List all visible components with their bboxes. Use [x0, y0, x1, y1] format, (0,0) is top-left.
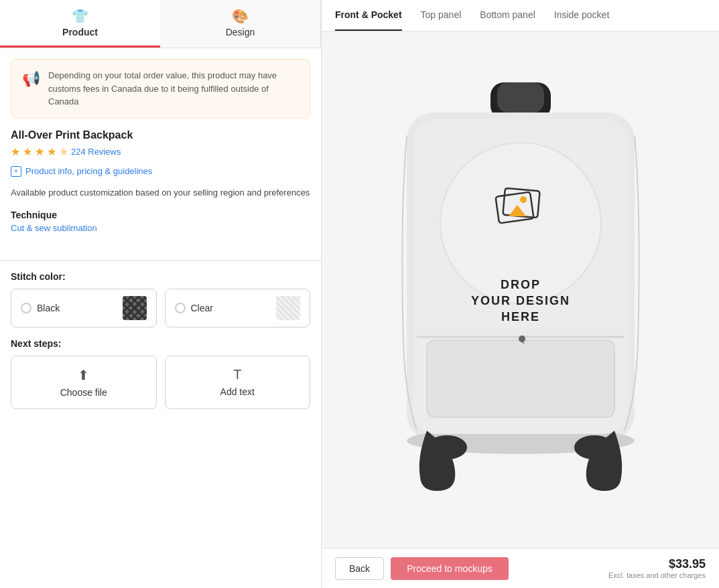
technique-label: Technique: [11, 210, 310, 220]
tab-product[interactable]: 👕 Product: [0, 0, 160, 48]
back-button[interactable]: Back: [335, 557, 384, 580]
design-icon: 🎨: [232, 8, 249, 24]
stitch-section: Stitch color: Black Clear: [0, 271, 321, 327]
price-amount: $33.95: [608, 557, 706, 571]
tab-design[interactable]: 🎨 Design: [160, 0, 321, 48]
divider: [0, 260, 321, 261]
notice-text: Depending on your total order value, thi…: [48, 69, 299, 108]
left-panel: 👕 Product 🎨 Design 📢 Depending on your t…: [0, 0, 322, 588]
next-steps-buttons: ⬆ Choose file T Add text: [11, 356, 310, 409]
view-tab-front-pocket[interactable]: Front & Pocket: [335, 0, 402, 31]
canvas-area[interactable]: DROP YOUR DESIGN HERE: [322, 31, 719, 548]
svg-point-10: [519, 336, 525, 342]
text-icon: T: [233, 367, 241, 382]
footer-actions: Back Proceed to mockups: [335, 557, 509, 580]
reviews-link[interactable]: 224 Reviews: [71, 147, 121, 157]
add-text-button[interactable]: T Add text: [165, 356, 311, 409]
product-icon: 👕: [72, 8, 88, 24]
svg-rect-1: [497, 82, 544, 113]
right-panel: Front & Pocket Top panel Bottom panel In…: [322, 0, 719, 588]
info-icon: +: [11, 166, 21, 177]
star-rating: ★ ★ ★ ★ ★ 224 Reviews: [11, 145, 310, 158]
stitch-options: Black Clear: [11, 289, 310, 327]
view-tab-bottom-panel[interactable]: Bottom panel: [480, 0, 535, 31]
svg-text:DROP: DROP: [500, 278, 540, 291]
customs-notice: 📢 Depending on your total order value, t…: [11, 59, 310, 119]
star-3: ★: [35, 145, 44, 158]
upload-icon: ⬆: [78, 367, 89, 383]
stitch-clear-label: Clear: [191, 303, 213, 313]
view-tabs: Front & Pocket Top panel Bottom panel In…: [322, 0, 719, 31]
stitch-black-preview: [123, 296, 147, 320]
proceed-button[interactable]: Proceed to mockups: [391, 557, 509, 580]
price-area: $33.95 Excl. taxes and other charges: [608, 557, 706, 579]
customization-text: Available product customization based on…: [11, 186, 310, 200]
choose-file-button[interactable]: ⬆ Choose file: [11, 356, 157, 409]
product-info-link[interactable]: + Product info, pricing & guidelines: [11, 166, 310, 177]
svg-text:YOUR DESIGN: YOUR DESIGN: [470, 294, 570, 307]
choose-file-label: Choose file: [60, 387, 107, 398]
next-steps-label: Next steps:: [11, 338, 310, 349]
stitch-label: Stitch color:: [11, 271, 310, 282]
add-text-label: Add text: [220, 386, 255, 397]
product-name: All-Over Print Backpack: [11, 129, 310, 141]
view-tab-inside-pocket[interactable]: Inside pocket: [554, 0, 610, 31]
technique-value: Cut & sew sublimation: [11, 223, 310, 233]
tab-bar: 👕 Product 🎨 Design: [0, 0, 321, 48]
stitch-option-black[interactable]: Black: [11, 289, 157, 327]
view-tab-top-panel[interactable]: Top panel: [421, 0, 462, 31]
product-info-text: Product info, pricing & guidelines: [25, 166, 152, 176]
svg-rect-8: [427, 340, 614, 417]
price-note: Excl. taxes and other charges: [608, 571, 706, 579]
next-steps-section: Next steps: ⬆ Choose file T Add text: [0, 338, 321, 409]
technique-section: Technique Cut & sew sublimation: [11, 210, 310, 233]
star-1: ★: [11, 145, 20, 158]
backpack-svg: DROP YOUR DESIGN HERE: [380, 76, 661, 504]
product-section: All-Over Print Backpack ★ ★ ★ ★ ★ 224 Re…: [0, 129, 321, 250]
stitch-black-label: Black: [37, 303, 60, 313]
radio-clear[interactable]: [175, 303, 186, 313]
stitch-clear-preview: [276, 296, 300, 320]
svg-point-14: [520, 196, 527, 203]
stitch-option-clear[interactable]: Clear: [165, 289, 311, 327]
star-4: ★: [47, 145, 56, 158]
tab-product-label: Product: [62, 27, 98, 38]
notice-icon: 📢: [22, 70, 40, 88]
star-5-half: ★: [59, 145, 68, 158]
footer: Back Proceed to mockups $33.95 Excl. tax…: [322, 548, 719, 588]
tab-design-label: Design: [226, 27, 255, 38]
svg-text:HERE: HERE: [501, 310, 539, 323]
backpack-preview: DROP YOUR DESIGN HERE: [380, 62, 661, 518]
radio-black[interactable]: [21, 303, 31, 313]
star-2: ★: [23, 145, 32, 158]
